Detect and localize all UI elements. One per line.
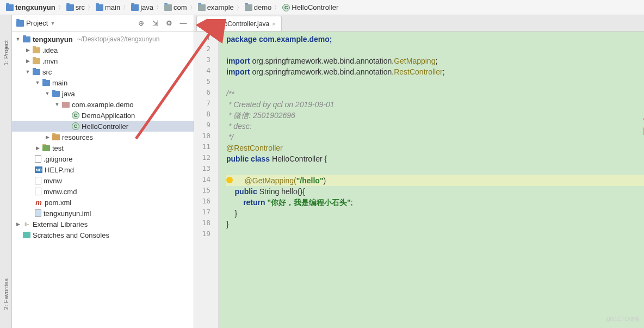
code-content[interactable]: package com.example.demo; import org.spr… <box>219 32 644 328</box>
disclosure-open-icon: ▼ <box>15 36 21 42</box>
crumb-root[interactable]: tengxunyun <box>4 3 57 11</box>
tree-iml[interactable]: tengxunyun.iml <box>12 208 194 219</box>
class-icon: C <box>72 112 79 119</box>
crumb-main[interactable]: main <box>94 3 122 11</box>
chevron-right-icon: 〉 <box>274 4 280 11</box>
chevron-down-icon[interactable]: ▼ <box>50 21 55 26</box>
tool-window-stripe: 1: Project 2: Favorites <box>0 15 12 328</box>
folder-icon <box>245 4 252 11</box>
tree-main[interactable]: ▼main <box>12 77 194 88</box>
folder-icon <box>164 4 172 11</box>
tree-idea[interactable]: ▶.idea <box>12 45 194 55</box>
resources-folder-icon <box>52 134 60 140</box>
crumb-src[interactable]: src <box>65 3 86 11</box>
disclosure-open-icon: ▼ <box>25 69 30 75</box>
disclosure-closed-icon: ▶ <box>25 58 30 64</box>
chevron-right-icon: 〉 <box>237 4 242 11</box>
package-icon <box>62 102 70 108</box>
file-icon <box>35 177 41 184</box>
chevron-right-icon: 〉 <box>58 4 64 11</box>
chevron-right-icon: 〉 <box>190 4 195 11</box>
test-folder-icon <box>42 145 50 151</box>
folder-icon <box>33 69 40 75</box>
target-icon[interactable]: ⊕ <box>135 17 147 29</box>
tree-demoapp[interactable]: CDemoApplication <box>12 110 194 121</box>
folder-icon <box>33 47 40 53</box>
chevron-right-icon: 〉 <box>88 4 93 11</box>
watermark: @51CTO博客 <box>606 314 640 325</box>
scratches-icon <box>23 232 30 238</box>
tree-test[interactable]: ▶test <box>12 143 194 153</box>
class-icon: C <box>202 20 210 28</box>
maven-icon: m <box>35 199 42 206</box>
editor-tab-label: HelloController.java <box>213 20 269 28</box>
folder-icon <box>96 4 103 11</box>
code-editor[interactable]: 1234567891011 12 13141516171819 package … <box>194 32 644 328</box>
project-panel: Project ▼ ⊕ ⇲ ⚙ — ▼tengxunyun~/Desktop/j… <box>12 15 194 328</box>
path-hint: ~/Desktop/java2/tengxunyun <box>77 35 160 43</box>
bulb-icon[interactable] <box>226 177 233 183</box>
disclosure-closed-icon: ▶ <box>45 134 50 140</box>
project-header: Project ▼ ⊕ ⇲ ⚙ — <box>12 15 194 32</box>
folder-icon <box>6 4 14 11</box>
crumb-example[interactable]: example <box>196 3 236 11</box>
disclosure-closed-icon: ▶ <box>15 221 21 227</box>
editor-area: C HelloController.java × 1234567891011 1… <box>194 15 644 328</box>
iml-icon <box>35 209 41 217</box>
tree-extlib[interactable]: ▶⊪External Libraries <box>12 219 194 230</box>
disclosure-open-icon: ▼ <box>35 80 40 85</box>
folder-icon <box>33 58 40 64</box>
tree-hellocontroller[interactable]: CHelloController <box>12 121 194 132</box>
disclosure-open-icon: ▼ <box>54 102 60 107</box>
tree-java[interactable]: ▼java <box>12 88 194 99</box>
disclosure-closed-icon: ▶ <box>25 47 30 53</box>
markdown-icon: MD <box>35 166 42 173</box>
tree-resources[interactable]: ▶resources <box>12 132 194 143</box>
project-title: Project <box>26 19 48 27</box>
expand-icon[interactable]: ⇲ <box>149 17 161 29</box>
folder-icon <box>42 80 50 86</box>
disclosure-open-icon: ▼ <box>45 91 50 96</box>
project-icon <box>16 20 24 27</box>
folder-icon <box>198 4 206 11</box>
tree-package[interactable]: ▼com.example.demo <box>12 99 194 110</box>
class-icon: C <box>282 4 290 11</box>
folder-icon <box>66 4 74 11</box>
crumb-java[interactable]: java <box>129 3 155 11</box>
tree-help[interactable]: MDHELP.md <box>12 164 194 175</box>
folder-icon <box>131 4 139 11</box>
tab-project[interactable]: 1: Project <box>2 37 10 69</box>
disclosure-closed-icon: ▶ <box>35 145 40 151</box>
tree-mvn[interactable]: ▶.mvn <box>12 55 194 66</box>
collapse-icon[interactable]: — <box>177 17 189 29</box>
crumb-com[interactable]: com <box>163 3 189 11</box>
gutter: 1234567891011 12 13141516171819 <box>194 32 219 328</box>
tree-mvnw[interactable]: mvnw <box>12 175 194 186</box>
gear-icon[interactable]: ⚙ <box>163 17 175 29</box>
crumb-demo[interactable]: demo <box>243 3 274 11</box>
breadcrumb-bar: tengxunyun〉 src〉 main〉 java〉 com〉 exampl… <box>0 0 644 15</box>
tree-root[interactable]: ▼tengxunyun~/Desktop/java2/tengxunyun <box>12 34 194 45</box>
file-icon <box>35 188 41 195</box>
close-icon[interactable]: × <box>272 21 275 27</box>
editor-tab-hellocontroller[interactable]: C HelloController.java × <box>196 16 282 31</box>
project-tree[interactable]: ▼tengxunyun~/Desktop/java2/tengxunyun ▶.… <box>12 32 194 328</box>
editor-tabbar: C HelloController.java × <box>194 15 644 32</box>
chevron-right-icon: 〉 <box>156 4 162 11</box>
file-icon <box>35 155 41 163</box>
tree-mvnwcmd[interactable]: mvnw.cmd <box>12 186 194 197</box>
tree-scratch[interactable]: ▶Scratches and Consoles <box>12 230 194 240</box>
tree-src[interactable]: ▼src <box>12 66 194 77</box>
tab-favorites[interactable]: 2: Favorites <box>2 275 10 313</box>
crumb-class[interactable]: CHelloController <box>281 3 340 11</box>
tree-gitignore[interactable]: .gitignore <box>12 153 194 164</box>
libraries-icon: ⊪ <box>23 220 30 228</box>
folder-icon <box>52 91 60 97</box>
main-area: 1: Project 2: Favorites Project ▼ ⊕ ⇲ ⚙ … <box>0 15 644 328</box>
chevron-right-icon: 〉 <box>123 4 128 11</box>
class-icon: C <box>72 122 79 130</box>
folder-icon <box>23 36 30 42</box>
tree-pom[interactable]: mpom.xml <box>12 197 194 208</box>
